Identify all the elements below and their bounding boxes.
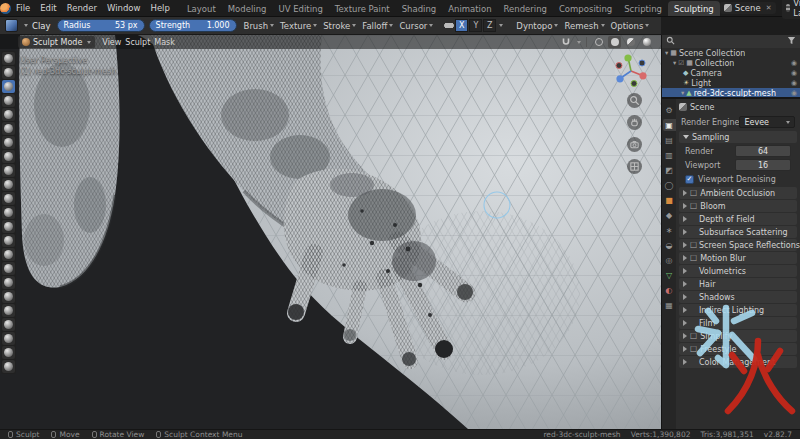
brush-tool-button[interactable] <box>2 178 15 191</box>
properties-section-header[interactable]: Hair <box>679 278 797 290</box>
mode-selector[interactable]: Sculpt Mode <box>18 36 95 48</box>
properties-tab[interactable]: ◩ <box>663 164 676 176</box>
brush-tool-button[interactable] <box>2 262 15 275</box>
viewport-menu-item[interactable]: View <box>100 38 123 47</box>
topbar-menu-item[interactable]: Window <box>102 3 146 13</box>
brush-tool-button[interactable] <box>2 52 15 65</box>
workspace-tab[interactable]: UV Editing <box>272 1 328 16</box>
3d-viewport[interactable]: Sculpt Mode ViewSculptMask <box>0 35 661 429</box>
properties-section-header[interactable]: Subsurface Scattering <box>679 226 797 238</box>
workspace-tab[interactable]: Modeling <box>222 1 273 16</box>
properties-tab[interactable]: ▣ <box>663 119 676 131</box>
properties-tab[interactable]: ◐ <box>663 284 676 296</box>
tool-header-menu[interactable]: Stroke <box>320 21 359 31</box>
snap-magnet-icon[interactable] <box>559 36 572 48</box>
brush-tool-button[interactable] <box>2 234 15 247</box>
workspace-tab[interactable]: Layout <box>181 1 222 16</box>
outliner-row[interactable]: ◆ Camera ◉ <box>662 68 800 78</box>
scene-unlink-icon[interactable]: ✕ <box>766 4 772 12</box>
topbar-menu-item[interactable]: File <box>11 3 35 13</box>
zoom-icon[interactable] <box>627 93 642 108</box>
properties-tab[interactable]: ◯ <box>663 179 676 191</box>
symmetry-axis-toggle[interactable]: X <box>455 19 468 32</box>
brush-tool-button[interactable] <box>2 318 15 331</box>
expand-arrow-icon[interactable]: ▾ ☑ <box>673 59 684 67</box>
visibility-eye-icon[interactable]: ◉ <box>791 89 797 97</box>
brush-tool-button[interactable] <box>2 332 15 345</box>
brush-tool-button[interactable] <box>2 290 15 303</box>
topbar-menu-item[interactable]: Help <box>145 3 174 13</box>
topbar-menu-item[interactable]: Render <box>62 3 102 13</box>
blender-logo-icon[interactable] <box>0 3 11 14</box>
outliner-row[interactable]: ☀ Light ◉ <box>662 78 800 88</box>
section-checkbox[interactable]: ☐ <box>690 189 697 198</box>
properties-section-header[interactable]: ☐ Bloom <box>679 200 797 212</box>
viewport-samples-field[interactable]: 16 <box>735 159 791 171</box>
shading-wireframe-icon[interactable] <box>592 36 605 48</box>
scene-selector[interactable]: Scene ✕ <box>720 2 776 14</box>
brush-tool-button[interactable] <box>2 206 15 219</box>
properties-tab[interactable]: ■ <box>663 194 676 206</box>
properties-section-header[interactable]: Shadows <box>679 291 797 303</box>
properties-tab[interactable]: ◒ <box>663 239 676 251</box>
section-checkbox[interactable]: ☐ <box>690 241 696 250</box>
brush-tool-button[interactable] <box>2 150 15 163</box>
brush-tool-button[interactable] <box>2 108 15 121</box>
viewport-menu-item[interactable]: Sculpt <box>123 38 152 47</box>
shading-solid-icon[interactable] <box>608 36 621 48</box>
expand-arrow-icon[interactable]: ▾ <box>681 89 684 97</box>
brush-tool-button[interactable] <box>2 94 15 107</box>
brush-tool-button[interactable] <box>2 66 15 79</box>
workspace-tab[interactable]: Scripting <box>618 1 668 16</box>
section-checkbox[interactable]: ☐ <box>690 332 697 341</box>
visibility-eye-icon[interactable]: ◉ <box>791 69 797 77</box>
shading-material-icon[interactable] <box>624 36 637 48</box>
outliner-filter-icon[interactable] <box>787 36 796 47</box>
workspace-tab[interactable]: Sculpting <box>668 1 720 16</box>
properties-section-header[interactable]: Indirect Lighting <box>679 304 797 316</box>
radius-slider[interactable]: Radius 53 px <box>57 19 145 32</box>
workspace-tab[interactable]: Animation <box>442 1 497 16</box>
outliner-row[interactable]: ▾ ▲ red-3dc-sculpt-mesh ◉ <box>662 88 800 98</box>
workspace-tab[interactable]: Rendering <box>498 1 553 16</box>
render-samples-field[interactable]: 64 <box>735 145 791 157</box>
render-engine-dropdown[interactable]: Eevee <box>739 116 795 128</box>
shading-rendered-icon[interactable] <box>640 36 653 48</box>
visibility-eye-icon[interactable]: ◉ <box>791 79 797 87</box>
properties-section-header[interactable]: ☐ Freestyle <box>679 343 797 355</box>
section-checkbox[interactable]: ☐ <box>690 202 697 211</box>
workspace-tab[interactable]: Compositing <box>553 1 618 16</box>
brush-tool-button[interactable] <box>2 122 15 135</box>
brush-tool-button[interactable] <box>2 360 15 373</box>
brush-tool-button[interactable] <box>2 80 15 93</box>
properties-tab[interactable]: ▽ <box>663 269 676 281</box>
properties-tab[interactable]: ◆ <box>663 209 676 221</box>
section-checkbox[interactable]: ☐ <box>690 345 697 354</box>
brush-tool-button[interactable] <box>2 276 15 289</box>
viewport-denoising-checkbox[interactable]: ✓ <box>685 175 694 184</box>
workspace-tab[interactable]: Shading <box>396 1 443 16</box>
view-layer-selector[interactable]: View Layer <box>782 0 800 19</box>
properties-section-header[interactable]: ☐ Simplify <box>679 330 797 342</box>
brush-tool-button[interactable] <box>2 346 15 359</box>
properties-section-header[interactable]: ☐ Screen Space Reflections <box>679 239 797 251</box>
properties-section-header[interactable]: Color Management <box>679 356 797 368</box>
properties-tab[interactable]: ▤ <box>663 134 676 146</box>
symmetry-axis-toggle[interactable]: Z <box>483 19 496 32</box>
properties-section-header[interactable]: Depth of Field <box>679 213 797 225</box>
sculpt-dropdown[interactable]: Remesh <box>561 21 607 31</box>
tool-header-menu[interactable]: Falloff <box>359 21 396 31</box>
properties-tab[interactable]: ∗ <box>663 224 676 236</box>
visibility-eye-icon[interactable]: ◉ <box>791 59 797 67</box>
sculpt-dropdown[interactable]: Dyntopo <box>513 21 561 31</box>
properties-section-header[interactable]: Volumetrics <box>679 265 797 277</box>
workspace-tab[interactable]: Texture Paint <box>329 1 396 16</box>
brush-tool-button[interactable] <box>2 164 15 177</box>
brush-tool-button[interactable] <box>2 136 15 149</box>
properties-tab[interactable]: ▥ <box>663 149 676 161</box>
viewport-menu-item[interactable]: Mask <box>152 38 177 47</box>
section-checkbox[interactable]: ☐ <box>690 254 697 263</box>
search-icon[interactable] <box>666 36 675 47</box>
navigation-gizmo[interactable] <box>613 53 649 89</box>
properties-section-header[interactable]: ☐ Ambient Occlusion <box>679 187 797 199</box>
